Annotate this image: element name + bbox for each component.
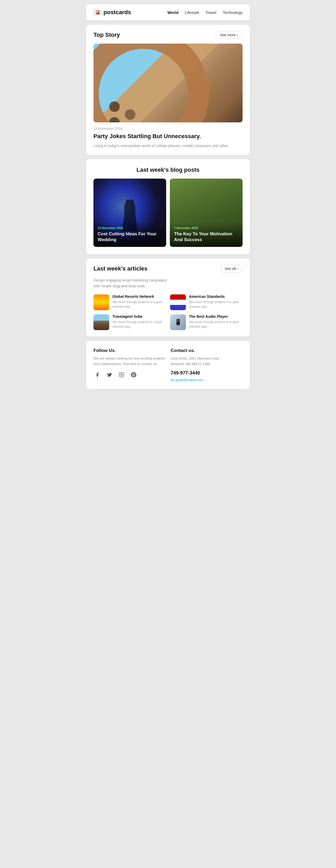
blog-item-2-overlay: 7 November 2018 The Key To Your Motivati… [170, 222, 242, 247]
contact-title: Contact us. [171, 348, 242, 353]
footer-card: Follow Us. We are always looking for new… [86, 341, 250, 390]
logo-icon: 🎴 [94, 9, 102, 16]
blog-posts-card: Last week's blog posts 12 November 2018 … [86, 159, 250, 254]
blog-item-1-date: 12 November 2018 [98, 226, 162, 229]
contact-address: King street, 2901 Marmara road,Newyork, … [171, 356, 242, 367]
footer-grid: Follow Us. We are always looking for new… [94, 348, 242, 382]
see-all-label: See all [225, 267, 236, 271]
logo-text: postcards [103, 9, 131, 16]
chevron-right-icon-2: › [237, 267, 238, 271]
contact-email[interactable]: bo.grady@nathen.biz [171, 378, 242, 382]
top-story-card: Top Story See more › 12 November 2018 Pa… [86, 25, 250, 155]
article-thumb-1 [94, 294, 109, 310]
facebook-icon[interactable] [94, 371, 101, 379]
articles-section: Last week's articles See all › Design en… [86, 258, 250, 336]
blog-posts-title: Last week's blog posts [94, 166, 242, 173]
article-thumb-2 [170, 294, 186, 310]
article-item-3-title: Travelagent India [112, 314, 166, 318]
article-item-3-content: Travelagent India We move through projec… [112, 314, 166, 329]
blog-item-1-title: Cost Cutting Ideas For Your Wedding [98, 231, 162, 243]
blog-item-2-date: 7 November 2018 [174, 226, 238, 229]
follow-desc: We are always looking for new exciting p… [94, 356, 165, 367]
articles-description: Design engaging email marketing campaign… [94, 277, 242, 289]
logo[interactable]: 🎴 postcards [94, 9, 131, 16]
blog-item-2[interactable]: 7 November 2018 The Key To Your Motivati… [170, 179, 242, 247]
article-item-3[interactable]: Travelagent India We move through projec… [94, 314, 166, 330]
articles-header: Last week's articles See all › [94, 265, 242, 273]
blog-item-1[interactable]: 12 November 2018 Cost Cutting Ideas For … [94, 179, 166, 247]
nav-travel[interactable]: Travel [205, 10, 216, 15]
article-item-4-desc: We move through projects in a goal-orien… [189, 320, 242, 329]
articles-grid: Global Resorts Network We move through p… [94, 294, 242, 330]
svg-rect-0 [120, 373, 124, 377]
twitter-icon[interactable] [105, 371, 113, 379]
see-more-button[interactable]: See more › [215, 31, 242, 39]
article-title: Party Jokes Startling But Unnecessary. [94, 133, 242, 140]
article-excerpt: Living in today's metropolitan world of … [94, 143, 242, 149]
articles-card: Last week's articles See all › Design en… [86, 258, 250, 336]
article-date: 12 November 2018 [94, 127, 242, 130]
blog-grid: 12 November 2018 Cost Cutting Ideas For … [94, 179, 242, 247]
follow-title: Follow Us. [94, 348, 165, 353]
article-thumb-4 [170, 314, 186, 330]
article-item-1-title: Global Resorts Network [112, 294, 166, 299]
footer-contact-col: Contact us. King street, 2901 Marmara ro… [171, 348, 242, 382]
footer-section: Follow Us. We are always looking for new… [86, 341, 250, 390]
nav-technology[interactable]: Technology [223, 10, 242, 15]
article-item-1-desc: We move through projects in a goal-orien… [112, 300, 166, 309]
social-icons [94, 371, 165, 379]
footer-follow-col: Follow Us. We are always looking for new… [94, 348, 165, 382]
article-item-3-desc: We move through projects in a goal-orien… [112, 320, 166, 329]
article-item-1-content: Global Resorts Network We move through p… [112, 294, 166, 309]
article-item-4-title: The Best Audio Player [189, 314, 242, 318]
header: 🎴 postcards World Lifestyle Travel Techn… [86, 4, 250, 21]
main-nav: World Lifestyle Travel Technology [167, 10, 242, 15]
hero-image [94, 43, 242, 122]
hero-image-visual [94, 43, 242, 122]
nav-lifestyle[interactable]: Lifestyle [185, 10, 199, 15]
article-item-4-content: The Best Audio Player We move through pr… [189, 314, 242, 329]
article-item-2-content: American Standards We move through proje… [189, 294, 242, 309]
header-card: 🎴 postcards World Lifestyle Travel Techn… [86, 4, 250, 21]
top-story-title: Top Story [94, 32, 120, 38]
article-item-2[interactable]: American Standards We move through proje… [170, 294, 242, 310]
article-thumb-3 [94, 314, 109, 330]
article-item-4[interactable]: The Best Audio Player We move through pr… [170, 314, 242, 330]
contact-phone: 749-977-3440 [171, 370, 242, 376]
blog-item-1-overlay: 12 November 2018 Cost Cutting Ideas For … [94, 222, 166, 247]
article-item-2-title: American Standards [189, 294, 242, 299]
blog-item-2-title: The Key To Your Motivation And Success [174, 231, 238, 243]
top-story-section: Top Story See more › 12 November 2018 Pa… [86, 25, 250, 155]
blog-posts-section: Last week's blog posts 12 November 2018 … [86, 159, 250, 254]
instagram-icon[interactable] [117, 371, 126, 379]
articles-title: Last week's articles [94, 265, 147, 272]
article-item-2-desc: We move through projects in a goal-orien… [189, 300, 242, 309]
article-item-1[interactable]: Global Resorts Network We move through p… [94, 294, 166, 310]
see-all-button[interactable]: See all › [220, 265, 242, 273]
chevron-right-icon: › [237, 33, 238, 37]
top-story-header: Top Story See more › [94, 31, 242, 39]
pinterest-icon[interactable] [130, 371, 138, 379]
see-more-label: See more [220, 33, 236, 37]
nav-world[interactable]: World [167, 10, 178, 15]
